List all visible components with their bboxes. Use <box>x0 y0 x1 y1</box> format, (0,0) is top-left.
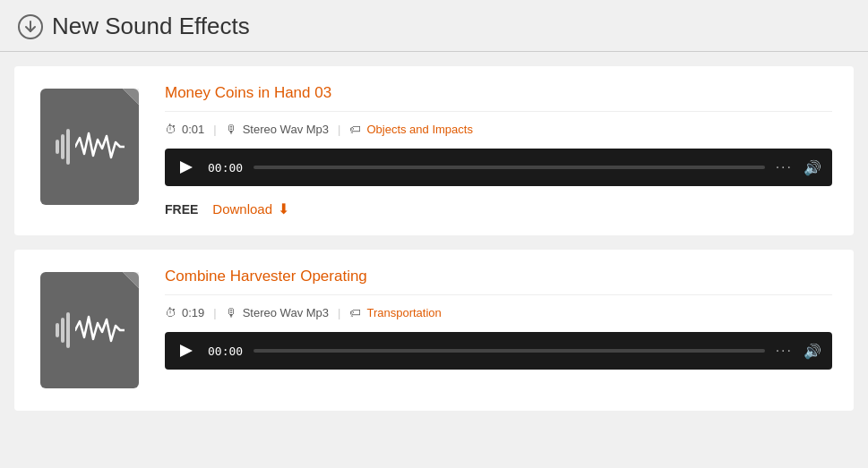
price-badge-1: FREE <box>165 202 198 217</box>
sound-info-1: Money Coins in Hand 03 ⏱ 0:01 | 🎙 Stereo… <box>165 84 832 217</box>
player-dots-2[interactable]: ··· <box>776 343 793 359</box>
sound-category-1[interactable]: Objects and Impacts <box>366 123 473 136</box>
separator-2a: | <box>213 306 216 319</box>
player-dots-1[interactable]: ··· <box>776 159 793 175</box>
sound-card-2: Combine Harvester Operating ⏱ 0:19 | 🎙 S… <box>14 250 854 411</box>
download-link-1[interactable]: Download ⬇ <box>212 200 289 217</box>
download-arrow-1: ⬇ <box>278 200 289 217</box>
download-label-1: Download <box>212 201 272 217</box>
waveform-area-2 <box>50 312 130 348</box>
audio-player-1: 00:00 ··· 🔊 <box>165 149 832 186</box>
download-circle-icon <box>18 14 43 39</box>
sound-title-1[interactable]: Money Coins in Hand 03 <box>165 84 832 112</box>
play-button-1[interactable] <box>176 157 197 178</box>
progress-bar-1[interactable] <box>254 166 765 169</box>
bars-icon-2 <box>56 312 70 348</box>
header-divider <box>0 51 868 52</box>
sounds-list: Money Coins in Hand 03 ⏱ 0:01 | 🎙 Stereo… <box>0 66 868 411</box>
separator-2b: | <box>338 306 340 319</box>
tag-icon-1: 🏷 <box>349 123 361 136</box>
sound-duration-1: 0:01 <box>182 123 204 136</box>
volume-icon-1[interactable]: 🔊 <box>804 159 821 176</box>
sound-title-2[interactable]: Combine Harvester Operating <box>165 268 832 295</box>
mic-icon-1: 🎙 <box>226 123 237 136</box>
sound-thumbnail-2 <box>36 268 143 393</box>
mic-icon-2: 🎙 <box>226 306 237 319</box>
clock-icon-2: ⏱ <box>165 306 176 319</box>
time-display-2: 00:00 <box>208 345 243 358</box>
audio-player-2: 00:00 ··· 🔊 <box>165 332 832 370</box>
sound-duration-2: 0:19 <box>182 306 204 319</box>
sound-thumbnail-1 <box>36 84 143 209</box>
sound-category-2[interactable]: Transportation <box>366 306 441 319</box>
page-title: New Sound Effects <box>52 13 250 40</box>
sound-footer-1: FREE Download ⬇ <box>165 200 832 217</box>
page-header: New Sound Effects <box>0 0 868 51</box>
bars-icon-1 <box>56 129 70 165</box>
sound-file-icon-1 <box>40 89 139 205</box>
tag-icon-2: 🏷 <box>349 306 361 319</box>
play-triangle-2 <box>180 345 193 357</box>
time-display-1: 00:00 <box>208 161 243 174</box>
sound-info-2: Combine Harvester Operating ⏱ 0:19 | 🎙 S… <box>165 268 832 384</box>
waveform-svg-2 <box>75 312 125 348</box>
progress-bar-2[interactable] <box>254 349 765 353</box>
clock-icon-1: ⏱ <box>165 123 176 136</box>
sound-format-1: Stereo Wav Mp3 <box>243 123 329 136</box>
volume-icon-2[interactable]: 🔊 <box>804 343 821 360</box>
play-button-2[interactable] <box>176 340 197 362</box>
waveform-svg-1 <box>75 129 125 165</box>
separator-1b: | <box>338 123 340 136</box>
sound-meta-1: ⏱ 0:01 | 🎙 Stereo Wav Mp3 | 🏷 Objects an… <box>165 123 832 136</box>
separator-1a: | <box>213 123 216 136</box>
sound-meta-2: ⏱ 0:19 | 🎙 Stereo Wav Mp3 | 🏷 Transporta… <box>165 306 832 319</box>
play-triangle-1 <box>180 161 193 174</box>
waveform-area-1 <box>50 129 130 165</box>
sound-format-2: Stereo Wav Mp3 <box>243 306 329 319</box>
sound-file-icon-2 <box>40 272 139 388</box>
sound-card-1: Money Coins in Hand 03 ⏱ 0:01 | 🎙 Stereo… <box>14 66 854 235</box>
